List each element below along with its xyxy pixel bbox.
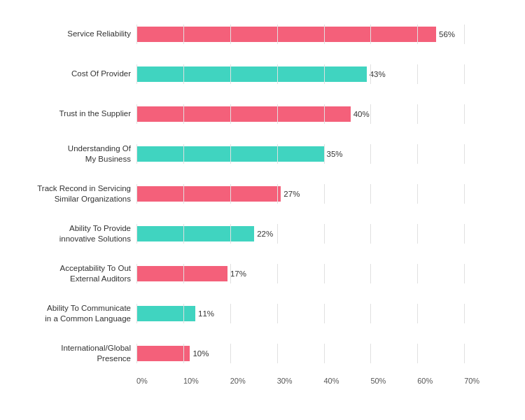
bar-track-wrapper: 43% bbox=[136, 64, 511, 84]
bar-fill bbox=[136, 266, 227, 281]
bar-track: 27% bbox=[136, 184, 511, 204]
bar-track: 22% bbox=[136, 224, 511, 244]
bar-label: Cost Of Provider bbox=[7, 69, 136, 79]
x-axis-tick: 60% bbox=[417, 377, 464, 385]
bar-track-wrapper: 35% bbox=[136, 144, 511, 164]
bar-row: International/GlobalPresence10% bbox=[7, 334, 511, 374]
bar-fill bbox=[136, 27, 436, 42]
bar-track: 17% bbox=[136, 264, 511, 284]
bar-row: Ability To Communicatein a Common Langua… bbox=[7, 294, 511, 334]
x-axis-tick: 20% bbox=[230, 377, 277, 385]
bar-label: Ability To Communicatein a Common Langua… bbox=[7, 303, 136, 324]
bar-label: Acceptability To OutExternal Auditors bbox=[7, 263, 136, 284]
bar-label: Understanding OfMy Business bbox=[7, 144, 136, 164]
x-axis-tick: 10% bbox=[183, 377, 230, 385]
bar-track: 35% bbox=[136, 144, 511, 164]
bar-track: 10% bbox=[136, 344, 511, 363]
bar-fill bbox=[136, 306, 195, 321]
bar-value-label: 43% bbox=[370, 70, 386, 78]
bar-label: Ability To Provideinnovative Solutions bbox=[7, 223, 136, 244]
x-axis-tick: 0% bbox=[136, 377, 183, 385]
bar-row: Acceptability To OutExternal Auditors17% bbox=[7, 254, 511, 294]
bar-track: 43% bbox=[136, 64, 511, 84]
bar-value-label: 40% bbox=[354, 110, 370, 118]
bar-track-wrapper: 40% bbox=[136, 104, 511, 124]
bar-row: Track Recond in ServicingSimilar Organiz… bbox=[7, 174, 511, 214]
bar-label: Service Reliability bbox=[7, 29, 136, 39]
bar-fill bbox=[136, 66, 367, 82]
bar-value-label: 27% bbox=[284, 190, 300, 198]
bar-track: 40% bbox=[136, 104, 511, 124]
x-axis-tick: 70% bbox=[464, 377, 511, 385]
x-axis-tick: 50% bbox=[370, 377, 417, 385]
x-axis-tick: 40% bbox=[324, 377, 371, 385]
bar-track-wrapper: 56% bbox=[136, 24, 511, 44]
bar-value-label: 17% bbox=[230, 270, 246, 278]
bar-value-label: 22% bbox=[257, 230, 273, 238]
bar-row: Cost Of Provider43% bbox=[7, 54, 511, 94]
bar-row: Service Reliability56% bbox=[7, 14, 511, 54]
bar-label: International/GlobalPresence bbox=[7, 343, 136, 364]
bar-value-label: 10% bbox=[192, 349, 209, 358]
bar-fill bbox=[136, 106, 351, 122]
x-axis-tick: 30% bbox=[277, 377, 324, 385]
bar-value-label: 11% bbox=[198, 309, 214, 318]
bar-track-wrapper: 11% bbox=[136, 304, 511, 323]
bar-fill bbox=[136, 186, 281, 202]
x-axis: 0%10%20%30%40%50%60%70% bbox=[136, 374, 511, 385]
bar-value-label: 35% bbox=[327, 150, 343, 158]
bar-row: Understanding OfMy Business35% bbox=[7, 134, 511, 174]
chart-area: Service Reliability56%Cost Of Provider43… bbox=[7, 14, 511, 374]
bar-fill bbox=[136, 346, 190, 361]
bar-value-label: 56% bbox=[439, 30, 455, 38]
bar-fill bbox=[136, 226, 254, 241]
bar-track: 56% bbox=[136, 24, 511, 44]
bar-track-wrapper: 27% bbox=[136, 184, 511, 204]
bar-track: 11% bbox=[136, 304, 511, 323]
bar-fill bbox=[136, 146, 324, 162]
bar-label: Track Recond in ServicingSimilar Organiz… bbox=[7, 183, 136, 204]
bar-track-wrapper: 10% bbox=[136, 344, 511, 363]
bar-track-wrapper: 17% bbox=[136, 264, 511, 284]
bar-row: Trust in the Supplier40% bbox=[7, 94, 511, 134]
bar-track-wrapper: 22% bbox=[136, 224, 511, 244]
bar-label: Trust in the Supplier bbox=[7, 108, 136, 119]
chart-container: Service Reliability56%Cost Of Provider43… bbox=[0, 0, 525, 420]
bar-row: Ability To Provideinnovative Solutions22… bbox=[7, 214, 511, 254]
